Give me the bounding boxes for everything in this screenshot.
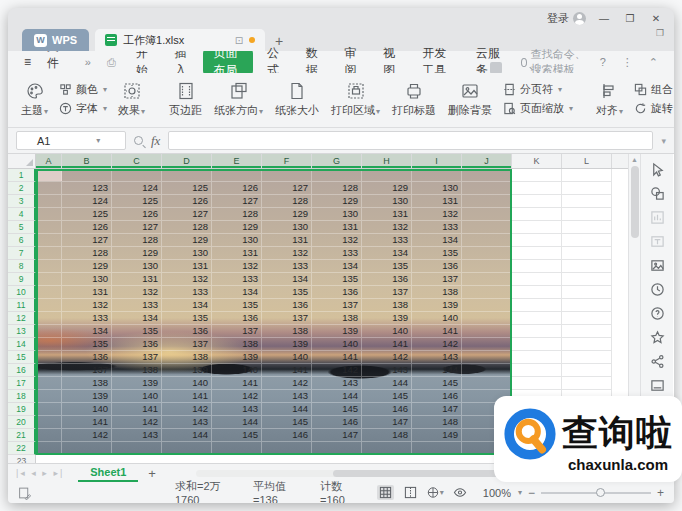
grid-cell-A20[interactable] — [36, 416, 62, 429]
grid-cell-J9[interactable] — [462, 273, 512, 286]
grid-cell-D19[interactable]: 142 — [162, 403, 212, 416]
zoom-in-button[interactable]: + — [657, 486, 664, 500]
grid-cell-B11[interactable]: 132 — [62, 299, 112, 312]
grid-cell-A3[interactable] — [36, 195, 62, 208]
grid-cell-L4[interactable] — [562, 208, 612, 221]
row-header-21[interactable]: 21 — [8, 429, 36, 442]
grid-cell-B5[interactable]: 126 — [62, 221, 112, 234]
column-header-L[interactable]: L — [562, 154, 612, 168]
column-header-F[interactable]: F — [262, 154, 312, 168]
picture-icon[interactable] — [650, 258, 665, 273]
grid-cell-E8[interactable]: 132 — [212, 260, 262, 273]
grid-cell-J16[interactable] — [462, 364, 512, 377]
grid-cell-G1[interactable] — [312, 169, 362, 182]
effects-button[interactable]: 效果▾ — [113, 79, 150, 120]
row-header-3[interactable]: 3 — [8, 195, 36, 208]
grid-cell-D15[interactable]: 138 — [162, 351, 212, 364]
grid-cell-F2[interactable]: 127 — [262, 182, 312, 195]
more-options-icon[interactable]: ⋮ — [616, 55, 639, 70]
row-header-2[interactable]: 2 — [8, 182, 36, 195]
grid-cell-B8[interactable]: 129 — [62, 260, 112, 273]
grid-cell-K17[interactable] — [512, 377, 562, 390]
grid-cell-A22[interactable] — [36, 442, 62, 455]
close-button[interactable]: ✕ — [648, 13, 664, 24]
grid-cell-H7[interactable]: 134 — [362, 247, 412, 260]
row-header-19[interactable]: 19 — [8, 403, 36, 416]
grid-cell-F9[interactable]: 134 — [262, 273, 312, 286]
grid-cell-H20[interactable]: 147 — [362, 416, 412, 429]
grid-cell-C6[interactable]: 128 — [112, 234, 162, 247]
grid-cell-E18[interactable]: 142 — [212, 390, 262, 403]
grid-cell-K7[interactable] — [512, 247, 562, 260]
grid-cell-E1[interactable] — [212, 169, 262, 182]
grid-cell-E9[interactable]: 133 — [212, 273, 262, 286]
grid-cell-G9[interactable]: 135 — [312, 273, 362, 286]
grid-cell-C17[interactable]: 139 — [112, 377, 162, 390]
grid-cell-F23[interactable] — [262, 455, 312, 463]
grid-cell-B19[interactable]: 140 — [62, 403, 112, 416]
grid-cell-C16[interactable]: 138 — [112, 364, 162, 377]
grid-cell-E3[interactable]: 127 — [212, 195, 262, 208]
grid-cell-I23[interactable] — [412, 455, 462, 463]
grid-cell-H4[interactable]: 131 — [362, 208, 412, 221]
grid-cell-L1[interactable] — [562, 169, 612, 182]
formula-input[interactable] — [168, 131, 653, 150]
grid-cell-H13[interactable]: 140 — [362, 325, 412, 338]
row-header-20[interactable]: 20 — [8, 416, 36, 429]
sheet-tab-sheet1[interactable]: Sheet1 — [78, 464, 138, 482]
grid-cell-J7[interactable] — [462, 247, 512, 260]
grid-cell-A17[interactable] — [36, 377, 62, 390]
grid-cell-J11[interactable] — [462, 299, 512, 312]
save-icon[interactable]: ⎙ — [101, 55, 122, 70]
name-box-caret-icon[interactable]: ▾ — [72, 136, 126, 145]
column-header-A[interactable]: A — [36, 154, 62, 168]
align-button[interactable]: 对齐▾ — [591, 79, 628, 120]
grid-cell-J6[interactable] — [462, 234, 512, 247]
print-area-button[interactable]: 打印区域▾ — [326, 79, 385, 120]
document-tab[interactable]: 工作簿1.xlsx ⊡ — [95, 29, 265, 51]
grid-cell-I15[interactable]: 143 — [412, 351, 462, 364]
grid-cell-F11[interactable]: 136 — [262, 299, 312, 312]
grid-cell-I8[interactable]: 136 — [412, 260, 462, 273]
grid-cell-D9[interactable]: 132 — [162, 273, 212, 286]
grid-cell-H12[interactable]: 139 — [362, 312, 412, 325]
grid-cell-E10[interactable]: 134 — [212, 286, 262, 299]
grid-cell-I9[interactable]: 137 — [412, 273, 462, 286]
grid-cell-D11[interactable]: 134 — [162, 299, 212, 312]
row-header-14[interactable]: 14 — [8, 338, 36, 351]
row-header-11[interactable]: 11 — [8, 299, 36, 312]
grid-cell-C2[interactable]: 124 — [112, 182, 162, 195]
formula-bar-expand-icon[interactable]: ▾ — [661, 136, 666, 146]
grid-cell-B3[interactable]: 124 — [62, 195, 112, 208]
grid-cell-F21[interactable]: 146 — [262, 429, 312, 442]
grid-cell-I3[interactable]: 131 — [412, 195, 462, 208]
grid-cell-I10[interactable]: 138 — [412, 286, 462, 299]
grid-cell-H11[interactable]: 138 — [362, 299, 412, 312]
grid-cell-J4[interactable] — [462, 208, 512, 221]
grid-cell-L6[interactable] — [562, 234, 612, 247]
doc-restore-icon[interactable]: ❐ — [656, 28, 664, 38]
grid-cell-L5[interactable] — [562, 221, 612, 234]
row-header-23[interactable]: 23 — [8, 455, 36, 463]
grid-cell-F8[interactable]: 133 — [262, 260, 312, 273]
group-button[interactable]: 组合▾ — [634, 82, 674, 97]
row-header-1[interactable]: 1 — [8, 169, 36, 182]
grid-cell-G6[interactable]: 132 — [312, 234, 362, 247]
grid-cell-G22[interactable] — [312, 442, 362, 455]
grid-cell-L17[interactable] — [562, 377, 612, 390]
grid-cell-G23[interactable] — [312, 455, 362, 463]
row-header-15[interactable]: 15 — [8, 351, 36, 364]
grid-cell-J14[interactable] — [462, 338, 512, 351]
zoom-slider-thumb[interactable] — [596, 488, 605, 497]
grid-cell-B23[interactable] — [62, 455, 112, 463]
grid-cell-J17[interactable] — [462, 377, 512, 390]
paper-orientation-button[interactable]: 纸张方向▾ — [209, 79, 268, 120]
grid-cell-I13[interactable]: 141 — [412, 325, 462, 338]
grid-cell-C10[interactable]: 132 — [112, 286, 162, 299]
grid-cell-L11[interactable] — [562, 299, 612, 312]
normal-view-button[interactable] — [377, 485, 394, 500]
grid-cell-B17[interactable]: 138 — [62, 377, 112, 390]
grid-cell-C22[interactable] — [112, 442, 162, 455]
grid-cell-C4[interactable]: 126 — [112, 208, 162, 221]
grid-cell-L9[interactable] — [562, 273, 612, 286]
